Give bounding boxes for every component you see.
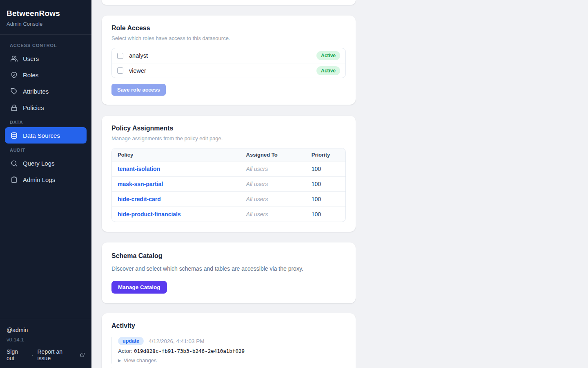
- clipboard-icon: [11, 176, 18, 183]
- priority-value: 100: [306, 207, 345, 222]
- policy-assignments-subtitle: Manage assignments from the policy edit …: [111, 135, 346, 141]
- sidebar-item-data-sources[interactable]: Data Sources: [5, 127, 87, 144]
- assigned-to-value: All users: [241, 207, 306, 222]
- sidebar-item-label: Data Sources: [23, 132, 60, 139]
- report-issue-label: Report an issue: [37, 348, 77, 361]
- link-separator: ·: [31, 352, 33, 358]
- section-label-data: Data: [10, 120, 82, 125]
- activity-card: Activity update 4/12/2026, 4:41:03 PM Ac…: [102, 313, 356, 368]
- lock-icon: [11, 104, 18, 111]
- role-row-viewer: viewer Active: [112, 63, 345, 78]
- priority-value: 100: [306, 192, 345, 206]
- assigned-to-value: All users: [241, 192, 306, 206]
- sidebar-item-users[interactable]: Users: [5, 50, 87, 67]
- external-link-icon: [80, 352, 85, 357]
- sidebar-footer: @admin v0.14.1 Sign out · Report an issu…: [0, 319, 91, 368]
- sidebar-item-query-logs[interactable]: Query Logs: [5, 155, 87, 171]
- previous-card-partial: [102, 0, 356, 5]
- status-badge: Active: [316, 66, 340, 75]
- view-changes-label: View changes: [124, 357, 157, 364]
- users-icon: [11, 55, 18, 62]
- sidebar-item-label: Admin Logs: [23, 176, 55, 183]
- app-version: v0.14.1: [7, 337, 85, 343]
- role-name: analyst: [129, 52, 148, 59]
- app-brand: BetweenRows: [7, 9, 85, 18]
- tag-icon: [11, 88, 18, 95]
- policy-assignments-title: Policy Assignments: [111, 125, 346, 132]
- actor-label: Actor:: [118, 348, 132, 354]
- schema-catalog-description: Discover and select which schemas and ta…: [111, 265, 346, 272]
- section-label-audit: Audit: [10, 148, 82, 153]
- sidebar-item-label: Users: [23, 55, 39, 62]
- role-access-title: Role Access: [111, 25, 346, 32]
- search-icon: [11, 160, 18, 167]
- table-row: hide-product-financials All users 100: [112, 207, 345, 222]
- report-issue-link[interactable]: Report an issue: [37, 348, 85, 361]
- action-badge: update: [118, 337, 144, 345]
- priority-value: 100: [306, 162, 345, 176]
- role-access-card: Role Access Select which roles have acce…: [102, 16, 356, 105]
- sidebar-item-label: Roles: [23, 72, 38, 79]
- column-header-assigned-to: Assigned To: [241, 148, 306, 161]
- role-name: viewer: [129, 67, 146, 74]
- sidebar-item-attributes[interactable]: Attributes: [5, 83, 87, 99]
- policy-table-header: Policy Assigned To Priority: [112, 148, 345, 162]
- policy-link[interactable]: hide-credit-card: [118, 196, 161, 202]
- activity-timestamp: 4/12/2026, 4:41:03 PM: [149, 338, 205, 344]
- actor-id: 019d828c-fb91-73b3-b246-2e410a1bf029: [134, 348, 245, 354]
- app-subtitle: Admin Console: [7, 21, 85, 27]
- sidebar-item-roles[interactable]: Roles: [5, 67, 87, 83]
- column-header-policy: Policy: [112, 148, 241, 161]
- role-list: analyst Active viewer Active: [111, 48, 346, 78]
- policy-link[interactable]: tenant-isolation: [118, 166, 160, 172]
- policy-assignments-card: Policy Assignments Manage assignments fr…: [102, 116, 356, 232]
- activity-entry: update 4/12/2026, 4:41:03 PM Actor: 019d…: [111, 337, 346, 364]
- role-row-analyst: analyst Active: [112, 48, 345, 63]
- role-access-subtitle: Select which roles have access to this d…: [111, 35, 346, 41]
- priority-value: 100: [306, 177, 345, 191]
- sidebar: BetweenRows Admin Console Access Control…: [0, 0, 91, 368]
- sidebar-item-policies[interactable]: Policies: [5, 99, 87, 116]
- sidebar-item-admin-logs[interactable]: Admin Logs: [5, 171, 87, 188]
- schema-catalog-title: Schema Catalog: [111, 252, 346, 260]
- activity-title: Activity: [111, 322, 346, 330]
- section-label-access-control: Access Control: [10, 43, 82, 48]
- status-badge: Active: [316, 51, 340, 60]
- sidebar-header: BetweenRows Admin Console: [0, 0, 91, 35]
- policy-table: Policy Assigned To Priority tenant-isola…: [111, 148, 346, 222]
- sidebar-item-label: Query Logs: [23, 160, 55, 167]
- manage-catalog-button[interactable]: Manage Catalog: [111, 281, 167, 294]
- sign-out-link[interactable]: Sign out: [7, 348, 27, 361]
- sidebar-item-label: Policies: [23, 104, 44, 111]
- column-header-priority: Priority: [306, 148, 345, 161]
- policy-link[interactable]: mask-ssn-partial: [118, 181, 163, 187]
- role-checkbox[interactable]: [117, 67, 123, 74]
- table-row: tenant-isolation All users 100: [112, 162, 345, 177]
- shield-check-icon: [11, 72, 18, 79]
- assigned-to-value: All users: [241, 162, 306, 176]
- assigned-to-value: All users: [241, 177, 306, 191]
- main-content: Role Access Select which roles have acce…: [91, 0, 588, 368]
- role-checkbox[interactable]: [117, 53, 123, 59]
- policy-link[interactable]: hide-product-financials: [118, 211, 181, 218]
- table-row: mask-ssn-partial All users 100: [112, 177, 345, 192]
- table-row: hide-credit-card All users 100: [112, 192, 345, 207]
- sidebar-nav: Access Control Users Roles Attributes Po…: [0, 35, 91, 188]
- view-changes-toggle[interactable]: ▶ View changes: [118, 357, 346, 364]
- database-icon: [11, 132, 18, 139]
- sidebar-item-label: Attributes: [23, 88, 49, 95]
- schema-catalog-card: Schema Catalog Discover and select which…: [102, 242, 356, 303]
- current-user: @admin: [7, 327, 85, 333]
- save-role-access-button[interactable]: Save role access: [111, 84, 166, 96]
- disclosure-triangle-icon: ▶: [118, 358, 121, 363]
